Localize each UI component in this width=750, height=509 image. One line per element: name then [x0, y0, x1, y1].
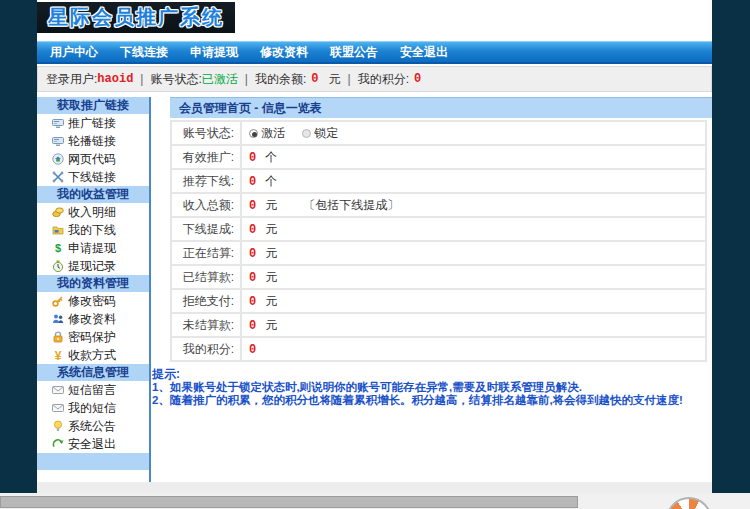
separator: | — [348, 72, 351, 86]
sidebar-item-logout[interactable]: 安全退出 — [37, 435, 149, 453]
sidebar-item-label: 系统公告 — [68, 418, 116, 435]
app-banner: 星际会员推广系统 — [37, 2, 235, 33]
horizontal-scrollbar-thumb[interactable] — [0, 496, 578, 508]
radio-active[interactable]: 激活 — [249, 126, 285, 140]
tips-title: 提示: — [152, 368, 708, 381]
users-icon — [52, 313, 64, 325]
key-icon — [52, 295, 64, 307]
row-label: 正在结算: — [171, 241, 241, 265]
sidebar-item-apply-withdraw[interactable]: $ 申请提现 — [37, 239, 149, 257]
globe-icon — [52, 153, 64, 165]
sidebar-item-my-sms[interactable]: 我的短信 — [37, 399, 149, 417]
row-value: 激活 锁定 — [241, 121, 706, 145]
page-footer — [37, 482, 712, 493]
row-label: 推荐下线: — [171, 169, 241, 193]
sidebar-section-promo-links: 获取推广链接 — [37, 97, 149, 114]
dollar-icon: $ — [52, 242, 64, 254]
table-row-total-income: 收入总额: 0元〔包括下线提成〕 — [171, 193, 706, 217]
nav-item-logout[interactable]: 安全退出 — [400, 44, 448, 61]
row-label: 拒绝支付: — [171, 289, 241, 313]
lock-icon — [52, 331, 64, 343]
row-value: 0元 — [241, 241, 706, 265]
table-row-settling: 正在结算: 0元 — [171, 241, 706, 265]
mail-icon — [52, 384, 64, 396]
sidebar-item-edit-profile[interactable]: 修改资料 — [37, 310, 149, 328]
sidebar-item-label: 短信留言 — [68, 382, 116, 399]
sidebar-item-change-password[interactable]: 修改密码 — [37, 292, 149, 310]
yen-icon: ¥ — [52, 349, 64, 361]
page-title: 会员管理首页 - 信息一览表 — [170, 97, 712, 118]
sidebar-item-withdraw-history[interactable]: 提现记录 — [37, 257, 149, 275]
nav-item-downline-links[interactable]: 下线连接 — [120, 44, 168, 61]
sidebar-section-system: 系统信息管理 — [37, 364, 149, 381]
points-label: 我的积分: — [358, 71, 409, 88]
logout-icon — [52, 438, 64, 450]
row-number: 0 — [249, 247, 256, 261]
row-number: 0 — [249, 295, 256, 309]
nav-item-announcements[interactable]: 联盟公告 — [330, 44, 378, 61]
svg-text:¥: ¥ — [55, 349, 62, 361]
top-nav: 用户中心 下线连接 申请提现 修改资料 联盟公告 安全退出 — [37, 41, 712, 64]
row-unit: 元 — [265, 198, 277, 212]
row-number: 0 — [249, 151, 256, 165]
radio-locked-circle[interactable] — [302, 129, 311, 138]
row-number: 0 — [249, 223, 256, 237]
separator: | — [245, 72, 248, 86]
balance-label: 我的余额: — [255, 71, 306, 88]
sidebar-item-label: 收入明细 — [68, 204, 116, 221]
separator: | — [140, 72, 143, 86]
sidebar-empty-band — [37, 453, 149, 470]
row-number: 0 — [249, 175, 256, 189]
sidebar-item-promo-link[interactable]: 推广链接 — [37, 114, 149, 132]
sidebar-section-income: 我的收益管理 — [37, 186, 149, 203]
row-note: 〔包括下线提成〕 — [303, 198, 399, 212]
sidebar-item-label: 我的短信 — [68, 400, 116, 417]
row-value: 0元 — [241, 265, 706, 289]
sidebar-item-label: 安全退出 — [68, 436, 116, 453]
nav-item-withdraw[interactable]: 申请提现 — [190, 44, 238, 61]
sidebar-item-downline-link[interactable]: 下线链接 — [37, 168, 149, 186]
sidebar-item-label: 申请提现 — [68, 240, 116, 257]
sidebar-item-carousel-link[interactable]: 轮播链接 — [37, 132, 149, 150]
row-value: 0元 — [241, 313, 706, 337]
sidebar-item-label: 网页代码 — [68, 151, 116, 168]
row-value: 0元 — [241, 217, 706, 241]
sidebar-item-label: 提现记录 — [68, 258, 116, 275]
link-card-icon — [52, 135, 64, 147]
sidebar-item-label: 修改资料 — [68, 311, 116, 328]
clock-icon — [52, 260, 64, 272]
sidebar-item-my-downline[interactable]: 我的下线 — [37, 221, 149, 239]
radio-locked-label: 锁定 — [314, 126, 338, 140]
sidebar-item-label: 轮播链接 — [68, 133, 116, 150]
row-unit: 个 — [265, 174, 277, 188]
radio-active-circle[interactable] — [249, 129, 258, 138]
row-number: 0 — [249, 343, 256, 357]
row-label: 已结算款: — [171, 265, 241, 289]
login-user-label: 登录用户: — [46, 71, 97, 88]
row-value: 0元 — [241, 289, 706, 313]
status-bar: 登录用户: haoid | 账号状态: 已激活 | 我的余额: 0 元 | 我的… — [37, 66, 712, 92]
link-card-icon — [52, 117, 64, 129]
info-table: 账号状态: 激活 锁定 有效推广: 0个 推荐下线: 0个 收入总额: 0元〔包… — [170, 120, 707, 362]
nav-item-edit-profile[interactable]: 修改资料 — [260, 44, 308, 61]
nav-item-user-center[interactable]: 用户中心 — [50, 44, 98, 61]
sidebar-item-system-notice[interactable]: 系统公告 — [37, 417, 149, 435]
bulb-icon — [52, 420, 64, 432]
sidebar-item-payment-method[interactable]: ¥ 收款方式 — [37, 346, 149, 364]
sidebar-item-web-code[interactable]: 网页代码 — [37, 150, 149, 168]
sidebar-item-income-detail[interactable]: 收入明细 — [37, 203, 149, 221]
row-unit: 个 — [265, 150, 277, 164]
row-value: 0元〔包括下线提成〕 — [241, 193, 706, 217]
sidebar-item-password-protect[interactable]: 密码保护 — [37, 328, 149, 346]
account-status-label: 账号状态: — [150, 71, 201, 88]
sidebar-item-sms-message[interactable]: 短信留言 — [37, 381, 149, 399]
row-number: 0 — [249, 319, 256, 333]
tips-line-2: 2、随着推广的积累，您的积分也将随着累积增长。积分越高，结算排名越靠前,将会得到… — [152, 394, 708, 407]
row-unit: 元 — [265, 318, 277, 332]
table-row-rejected-payment: 拒绝支付: 0元 — [171, 289, 706, 313]
radio-locked[interactable]: 锁定 — [302, 126, 338, 140]
row-label: 收入总额: — [171, 193, 241, 217]
table-row-referred-downlines: 推荐下线: 0个 — [171, 169, 706, 193]
coins-icon — [52, 206, 64, 218]
tips-line-1: 1、如果账号处于锁定状态时,则说明你的账号可能存在异常,需要及时联系管理员解决. — [152, 381, 708, 394]
